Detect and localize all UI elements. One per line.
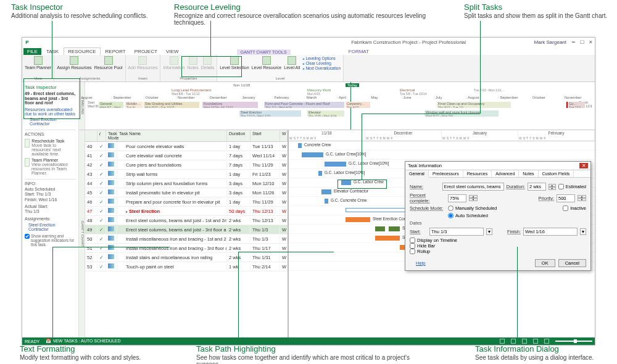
level-selection-button[interactable]: Level Selection [220, 56, 249, 70]
timeline-panel[interactable]: TIMELINE Sun 11/18 AugustSeptemberOctobe… [79, 82, 595, 130]
dialog-tab-general[interactable]: General [405, 170, 429, 178]
gantt-bar[interactable] [375, 226, 400, 231]
clear-leveling-link[interactable]: Clear Leveling [302, 61, 341, 65]
tl-site[interactable]: Site Grading and UtilitiesMon 8/27 - Tue… [144, 102, 199, 108]
hide-bar-checkbox[interactable] [410, 243, 415, 249]
tl-general[interactable]: GeneralWed 8/1 - Wed… [99, 102, 123, 108]
table-row[interactable]: 49✓Erect steel columns, beams and joist … [85, 225, 288, 234]
view-network-button[interactable] [522, 339, 527, 344]
duration-spinner[interactable]: ▲▼ [549, 184, 556, 190]
view-usage-button[interactable] [511, 339, 516, 344]
col-name[interactable]: Task Name [117, 130, 227, 141]
table-row[interactable]: 47✓Steel Erection50 daysThu 12/13W [85, 207, 288, 216]
col-w[interactable]: W [280, 130, 288, 141]
table-row[interactable]: 43✓Strip wall forms1 dayFri 11/23W [85, 170, 288, 179]
tab-format[interactable]: FORMAT [345, 48, 373, 55]
reschedule-action[interactable]: Reschedule TaskMove task to resources' n… [25, 139, 76, 156]
table-row[interactable]: 48✓Erect steel columns, beams and joist … [85, 216, 288, 225]
teamplanner-action[interactable]: Team PlannerView overallocated resources… [25, 158, 76, 175]
finish-input[interactable] [523, 228, 578, 236]
gantt-bar[interactable] [321, 189, 331, 194]
gantt-bar[interactable] [318, 171, 322, 176]
next-overallocation-link[interactable]: Next Overallocation [302, 66, 341, 70]
dialog-tab-advanced[interactable]: Advanced [492, 170, 519, 177]
overalloc-link[interactable]: Resources overallocated due to work on o… [25, 107, 76, 116]
assign-resources-button[interactable]: Assign Resources [57, 56, 91, 70]
table-row[interactable]: 53✓Touch-up paint on steel1 wkThu 2/14W [85, 262, 288, 271]
leveling-options-link[interactable]: Leveling Options [302, 56, 341, 60]
table-row[interactable]: 45✓Install pneumatic tube in elevator pi… [85, 188, 288, 197]
resource-pool-button[interactable]: Resource Pool [94, 56, 123, 70]
details-button[interactable]: Details [201, 56, 214, 70]
gantt-row[interactable]: G.C. Labor Crew[10%] [289, 151, 595, 160]
minimize-button[interactable]: ━ [569, 39, 578, 45]
gantt-row[interactable]: Concrete Crew [289, 141, 595, 151]
priority-input[interactable] [557, 194, 575, 202]
task-grid[interactable]: 𝒊 Task Mode Task Name Duration Start W 4… [85, 130, 289, 337]
inactive-checkbox[interactable] [563, 205, 568, 211]
tl-elevator[interactable]: ElevatorThu 2/28 - Wed 4/24 [307, 110, 344, 117]
dialog-tab-notes[interactable]: Notes [519, 170, 538, 177]
priority-spinner[interactable]: ▲▼ [578, 195, 586, 201]
level-all-button[interactable]: Level All [284, 56, 300, 70]
tl-mobilize[interactable]: Mobiliz…Tue 9/… [125, 102, 143, 108]
tab-view[interactable]: VIEW [162, 48, 182, 55]
table-row[interactable]: 42✓Cure piers and foundations7 daysThu 1… [85, 160, 288, 170]
dialog-close-button[interactable]: ✕ [579, 163, 588, 168]
tab-project[interactable]: PROJECT [131, 48, 161, 55]
help-button[interactable]: Help [410, 259, 431, 267]
gantt-bar[interactable] [302, 152, 323, 157]
assign-link[interactable]: Steel Erection Contractor [25, 223, 76, 231]
show-warnings-input[interactable] [25, 234, 30, 239]
gantt-bar[interactable] [346, 217, 370, 222]
table-row[interactable]: 41✓Cure elevator wall concrete7 daysWed … [85, 151, 288, 160]
cancel-button[interactable]: Cancel [558, 259, 586, 267]
auto-radio[interactable] [448, 213, 453, 218]
dialog-tab-predecessors[interactable]: Predecessors [429, 170, 463, 177]
start-input[interactable] [429, 228, 484, 236]
tab-resource[interactable]: RESOURCE [64, 48, 100, 55]
gantt-bar[interactable] [325, 162, 346, 167]
ok-button[interactable]: OK [535, 259, 555, 267]
information-button[interactable]: Information [163, 56, 184, 70]
view-resource-button[interactable] [544, 339, 549, 344]
tl-formpour[interactable]: Form and Pour Concrete - Floors and Roof… [264, 102, 344, 108]
name-input[interactable] [442, 183, 504, 191]
view-calendar-button[interactable] [533, 339, 538, 344]
maximize-button[interactable]: ☐ [578, 39, 586, 45]
table-row[interactable]: 50✓Install miscellaneous iron and bracin… [85, 234, 288, 244]
dialog-titlebar[interactable]: Task Information ✕ [405, 162, 590, 170]
col-mode[interactable]: Task Mode [106, 130, 117, 141]
col-id[interactable] [85, 130, 97, 141]
close-button[interactable]: ✕ [586, 39, 595, 45]
gantt-bar[interactable] [298, 143, 302, 148]
gantt-bar[interactable] [375, 236, 400, 241]
level-resource-button[interactable]: Level Resource [252, 56, 282, 70]
tl-complete[interactable]: Co…Tue 12/1 [566, 102, 585, 108]
show-warnings-checkbox[interactable]: Show warning and suggestion indicators f… [25, 234, 76, 247]
col-indicator[interactable]: 𝒊 [97, 130, 106, 141]
zoom-slider[interactable] [555, 341, 592, 342]
view-gantt-button[interactable] [500, 339, 505, 344]
add-resources-button[interactable]: Add Resources [128, 56, 158, 70]
finish-dropdown[interactable]: ▾ [580, 228, 586, 235]
tl-steel[interactable]: Steel ErectionThu 12/13 - Wed 2/20 [239, 110, 301, 117]
gantt-bar[interactable] [325, 199, 328, 204]
team-planner-button[interactable]: Team Planner [25, 56, 51, 70]
col-duration[interactable]: Duration [227, 130, 251, 141]
pct-spinner[interactable]: ▲▼ [469, 195, 478, 201]
tl-cleanup[interactable]: Final Clean-up and OccupancyThu 8/27 - T… [437, 102, 511, 108]
duration-input[interactable] [528, 183, 546, 191]
manual-radio[interactable] [448, 205, 453, 211]
start-dropdown[interactable]: ▾ [486, 228, 492, 235]
table-row[interactable]: 52✓Install stairs and miscellaneous iron… [85, 253, 288, 262]
table-row[interactable]: 46✓Prepare and pour concrete floor in el… [85, 197, 288, 207]
tab-file[interactable]: FILE [23, 48, 41, 55]
table-row[interactable]: 40✓Pour concrete elevator walls1 dayTue … [85, 142, 288, 151]
dialog-tab-custom-fields[interactable]: Custom Fields [539, 170, 574, 177]
rollup-checkbox[interactable] [410, 249, 415, 254]
overalloc-resource-link[interactable]: Steel Erection Contractor [25, 117, 76, 126]
display-timeline-checkbox[interactable] [410, 238, 415, 243]
tab-report[interactable]: REPORT [102, 48, 130, 55]
dialog-tab-resources[interactable]: Resources [463, 170, 492, 177]
